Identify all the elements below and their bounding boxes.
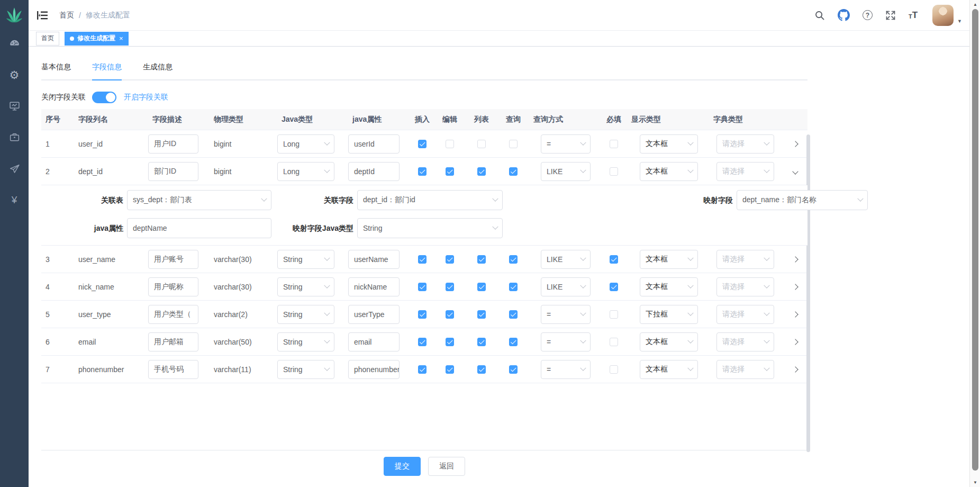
insert-checkbox[interactable] <box>418 255 427 264</box>
submit-button[interactable]: 提交 <box>384 457 421 476</box>
query-checkbox[interactable] <box>509 283 518 291</box>
tab-basic-info[interactable]: 基本信息 <box>41 55 71 79</box>
insert-checkbox[interactable] <box>418 167 427 176</box>
expand-toggle-icon[interactable] <box>792 256 798 262</box>
edit-checkbox[interactable] <box>446 283 454 291</box>
edit-checkbox[interactable] <box>446 310 454 319</box>
java-type-select[interactable]: Long <box>277 134 334 154</box>
field-description-input[interactable]: 用户类型（ <box>148 305 198 324</box>
scroll-up-arrow-icon[interactable]: ▲ <box>970 2 980 7</box>
query-mode-select[interactable]: LIKE <box>541 277 591 296</box>
query-checkbox[interactable] <box>509 167 518 176</box>
java-attr-input[interactable]: email <box>348 332 400 351</box>
expand-toggle-icon[interactable] <box>792 168 798 174</box>
dict-type-select[interactable]: 请选择 <box>716 250 774 269</box>
list-checkbox[interactable] <box>477 338 486 346</box>
edit-checkbox[interactable] <box>446 338 454 346</box>
field-description-input[interactable]: 手机号码 <box>148 360 198 379</box>
scroll-down-arrow-icon[interactable]: ▼ <box>970 480 980 485</box>
query-checkbox[interactable] <box>509 310 518 319</box>
dict-type-select[interactable]: 请选择 <box>716 332 774 351</box>
settings-gear-icon[interactable]: ⚙ <box>8 69 20 80</box>
java-type-select[interactable]: String <box>277 250 334 269</box>
relation-field-select[interactable]: dept_id：部门id <box>357 190 503 210</box>
tag-gen-config[interactable]: 修改生成配置 × <box>65 32 129 46</box>
search-icon[interactable] <box>814 10 825 21</box>
edit-checkbox[interactable] <box>446 140 454 148</box>
java-type-select[interactable]: String <box>277 277 334 296</box>
java-type-select[interactable]: Long <box>277 162 334 181</box>
yen-icon[interactable]: ¥ <box>8 194 20 205</box>
help-icon[interactable]: ? <box>863 10 873 20</box>
insert-checkbox[interactable] <box>418 310 427 319</box>
query-mode-select[interactable]: = <box>541 332 591 351</box>
query-mode-select[interactable]: LIKE <box>541 162 591 181</box>
query-checkbox[interactable] <box>509 140 518 148</box>
required-checkbox[interactable] <box>610 255 618 264</box>
collapse-menu-icon[interactable] <box>37 11 48 20</box>
insert-checkbox[interactable] <box>418 365 427 374</box>
query-checkbox[interactable] <box>509 338 518 346</box>
breadcrumb-home[interactable]: 首页 <box>59 11 74 20</box>
close-icon[interactable]: × <box>119 34 123 42</box>
list-checkbox[interactable] <box>477 283 486 291</box>
edit-checkbox[interactable] <box>446 167 454 176</box>
display-type-select[interactable]: 文本框 <box>640 134 698 154</box>
user-menu[interactable]: ▼ <box>932 5 962 26</box>
dashboard-icon[interactable] <box>8 38 20 49</box>
field-description-input[interactable]: 用户ID <box>148 134 198 154</box>
java-attr-input[interactable]: userName <box>348 250 400 269</box>
field-description-input[interactable]: 部门ID <box>148 162 198 181</box>
back-button[interactable]: 返回 <box>428 457 465 476</box>
required-checkbox[interactable] <box>610 365 618 374</box>
display-type-select[interactable]: 文本框 <box>640 360 698 379</box>
field-description-input[interactable]: 用户昵称 <box>148 277 198 296</box>
tab-field-info[interactable]: 字段信息 <box>92 55 122 79</box>
scrollbar-thumb[interactable] <box>972 9 978 471</box>
query-mode-select[interactable]: = <box>541 134 591 154</box>
edit-checkbox[interactable] <box>446 365 454 374</box>
dict-type-select[interactable]: 请选择 <box>716 134 774 154</box>
display-type-select[interactable]: 文本框 <box>640 277 698 296</box>
insert-checkbox[interactable] <box>418 140 427 148</box>
java-attr-input[interactable]: deptName <box>127 218 271 238</box>
display-type-select[interactable]: 文本框 <box>640 250 698 269</box>
required-checkbox[interactable] <box>610 140 618 148</box>
query-mode-select[interactable]: = <box>541 305 591 324</box>
github-icon[interactable] <box>838 9 850 21</box>
required-checkbox[interactable] <box>610 338 618 346</box>
java-attr-input[interactable]: nickName <box>348 277 400 296</box>
display-type-select[interactable]: 文本框 <box>640 332 698 351</box>
fullscreen-icon[interactable] <box>885 10 896 21</box>
dict-type-select[interactable]: 请选择 <box>716 277 774 296</box>
insert-checkbox[interactable] <box>418 283 427 291</box>
mapping-java-type-select[interactable]: String <box>357 218 503 238</box>
dict-type-select[interactable]: 请选择 <box>716 305 774 324</box>
query-mode-select[interactable]: = <box>541 360 591 379</box>
java-type-select[interactable]: String <box>277 360 334 379</box>
required-checkbox[interactable] <box>610 283 618 291</box>
field-description-input[interactable]: 用户邮箱 <box>148 332 198 351</box>
list-checkbox[interactable] <box>477 365 486 374</box>
java-type-select[interactable]: String <box>277 305 334 324</box>
java-attr-input[interactable]: phonenumber <box>348 360 400 379</box>
query-checkbox[interactable] <box>509 255 518 264</box>
edit-checkbox[interactable] <box>446 255 454 264</box>
list-checkbox[interactable] <box>477 255 486 264</box>
required-checkbox[interactable] <box>610 167 618 176</box>
send-icon[interactable] <box>8 163 20 174</box>
expand-toggle-icon[interactable] <box>792 311 798 317</box>
relation-table-select[interactable]: sys_dept：部门表 <box>127 190 271 210</box>
briefcase-icon[interactable] <box>8 131 20 143</box>
java-attr-input[interactable]: userId <box>348 134 400 154</box>
dict-type-select[interactable]: 请选择 <box>716 360 774 379</box>
java-attr-input[interactable]: deptId <box>348 162 400 181</box>
list-checkbox[interactable] <box>477 140 486 148</box>
query-mode-select[interactable]: LIKE <box>541 250 591 269</box>
relation-switch[interactable] <box>92 92 116 103</box>
user-avatar[interactable] <box>932 5 954 26</box>
display-type-select[interactable]: 文本框 <box>640 162 698 181</box>
list-checkbox[interactable] <box>477 167 486 176</box>
table-scrollbar[interactable] <box>806 134 810 452</box>
required-checkbox[interactable] <box>610 310 618 319</box>
